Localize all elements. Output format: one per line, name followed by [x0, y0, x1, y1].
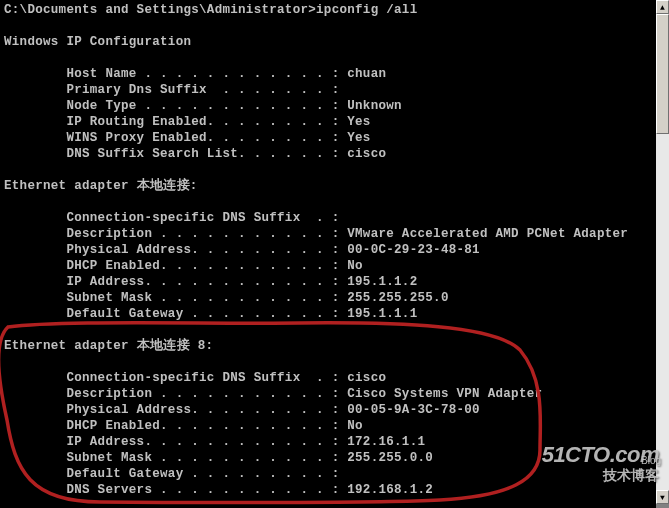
- ip-address-value: 172.16.1.1: [347, 435, 425, 449]
- section-header: Windows IP Configuration: [4, 35, 191, 49]
- kv-row: Default Gateway . . . . . . . . . : 195.…: [4, 307, 417, 321]
- kv-row: WINS Proxy Enabled. . . . . . . . : Yes: [4, 131, 371, 145]
- kv-row: Primary Dns Suffix . . . . . . . :: [4, 83, 339, 97]
- kv-row: IP Address. . . . . . . . . . . . : 172.…: [4, 435, 425, 449]
- scroll-track[interactable]: [656, 14, 669, 490]
- kv-row: Subnet Mask . . . . . . . . . . . : 255.…: [4, 291, 449, 305]
- kv-row: Node Type . . . . . . . . . . . . : Unkn…: [4, 99, 402, 113]
- adapter-header: Ethernet adapter 本地连接 8:: [4, 339, 213, 353]
- kv-row: Connection-specific DNS Suffix . :: [4, 211, 339, 225]
- kv-row: Host Name . . . . . . . . . . . . : chua…: [4, 67, 386, 81]
- kv-row: DHCP Enabled. . . . . . . . . . . : No: [4, 419, 363, 433]
- kv-row: Physical Address. . . . . . . . . : 00-0…: [4, 403, 480, 417]
- scroll-down-button[interactable]: ▼: [656, 490, 669, 504]
- scroll-up-button[interactable]: ▲: [656, 0, 669, 14]
- kv-row: Physical Address. . . . . . . . . : 00-0…: [4, 243, 480, 257]
- command-prompt-window: C:\Documents and Settings\Administrator>…: [0, 0, 656, 508]
- kv-row: Description . . . . . . . . . . . : VMwa…: [4, 227, 628, 241]
- ip-address-value: 195.1.1.2: [347, 275, 417, 289]
- vertical-scrollbar[interactable]: ▲ ▼: [656, 0, 669, 504]
- kv-row: Connection-specific DNS Suffix . : cisco: [4, 371, 386, 385]
- kv-row: Default Gateway . . . . . . . . . :: [4, 467, 339, 481]
- adapter-header: Ethernet adapter 本地连接:: [4, 179, 198, 193]
- kv-row: DNS Suffix Search List. . . . . . : cisc…: [4, 147, 386, 161]
- kv-row: DNS Servers . . . . . . . . . . . : 192.…: [4, 483, 433, 497]
- kv-row: DHCP Enabled. . . . . . . . . . . : No: [4, 259, 363, 273]
- scroll-thumb[interactable]: [656, 14, 669, 134]
- kv-row: IP Address. . . . . . . . . . . . : 195.…: [4, 275, 417, 289]
- kv-row: Subnet Mask . . . . . . . . . . . : 255.…: [4, 451, 433, 465]
- command-line: C:\Documents and Settings\Administrator>…: [4, 3, 417, 17]
- host-name-value: chuan: [347, 67, 386, 81]
- kv-row: IP Routing Enabled. . . . . . . . : Yes: [4, 115, 371, 129]
- kv-row: Description . . . . . . . . . . . : Cisc…: [4, 387, 542, 401]
